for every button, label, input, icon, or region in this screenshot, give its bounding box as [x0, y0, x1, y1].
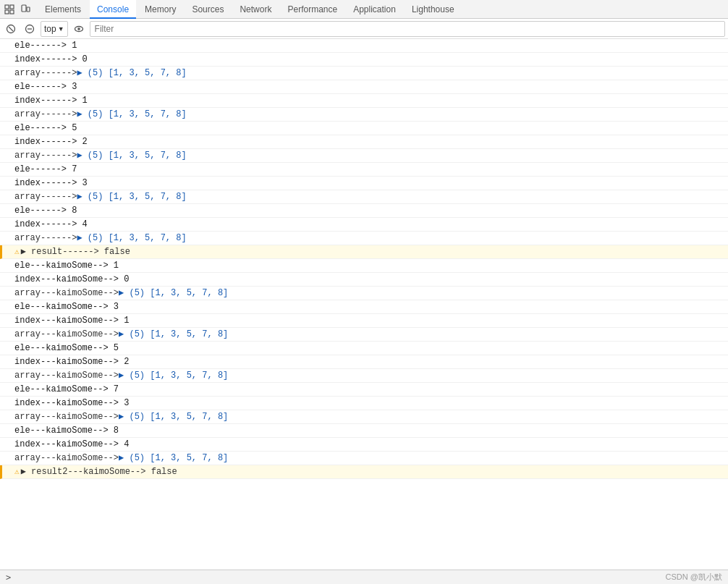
svg-rect-5 — [27, 7, 30, 12]
console-array-value[interactable]: ▶ (5) [1, 3, 5, 7, 8] — [77, 67, 186, 79]
console-line: index------> 3 — [0, 177, 728, 190]
console-array-value[interactable]: ▶ (5) [1, 3, 5, 7, 8] — [119, 287, 228, 299]
console-line: array---kaimoSome--> ▶ (5) [1, 3, 5, 7, … — [0, 287, 728, 300]
console-array-value[interactable]: ▶ (5) [1, 3, 5, 7, 8] — [119, 452, 228, 464]
console-line: array------> ▶ (5) [1, 3, 5, 7, 8] — [0, 232, 728, 245]
console-prompt: > — [6, 572, 11, 583]
console-line: array------> ▶ (5) [1, 3, 5, 7, 8] — [0, 67, 728, 80]
console-line: index------> 4 — [0, 218, 728, 232]
console-array-value[interactable]: ▶ (5) [1, 3, 5, 7, 8] — [119, 370, 228, 381]
console-toolbar: top ▼ — [0, 19, 728, 39]
console-line-text: ▶ result------> false — [21, 246, 130, 258]
console-array-value[interactable]: ▶ (5) [1, 3, 5, 7, 8] — [77, 191, 186, 203]
svg-rect-1 — [10, 5, 14, 9]
console-line-text: index---kaimoSome--> 4 — [14, 439, 129, 450]
console-line-text: ele------> 7 — [14, 164, 77, 175]
console-array-value[interactable]: ▶ (5) [1, 3, 5, 7, 8] — [119, 411, 228, 423]
console-line: ele---kaimoSome--> 1 — [0, 259, 728, 273]
warning-icon: ⚠ — [14, 466, 20, 478]
console-line: ⚠▶ result2---kaimoSome--> false — [0, 465, 728, 479]
console-line: index------> 0 — [0, 53, 728, 67]
console-line-text: array---kaimoSome--> — [14, 287, 119, 299]
console-line: ⚠▶ result------> false — [0, 245, 728, 259]
console-line-text: ele---kaimoSome--> 1 — [14, 260, 119, 271]
context-arrow-icon: ▼ — [58, 25, 64, 33]
console-line-text: index------> 0 — [14, 54, 88, 65]
console-line-text: array------> — [14, 150, 77, 161]
console-line: array------> ▶ (5) [1, 3, 5, 7, 8] — [0, 149, 728, 163]
tab-network[interactable]: Network — [232, 0, 279, 19]
filter-toggle-button[interactable] — [22, 21, 38, 37]
console-line: index---kaimoSome--> 1 — [0, 314, 728, 328]
tab-elements[interactable]: Elements — [38, 0, 88, 19]
filter-input[interactable] — [90, 21, 725, 37]
console-line-text: ele------> 5 — [14, 122, 77, 134]
context-value: top — [44, 24, 56, 34]
console-line-text: array---kaimoSome--> — [14, 329, 119, 340]
warning-icon: ⚠ — [14, 246, 20, 258]
console-line-text: array------> — [14, 191, 77, 203]
console-array-value[interactable]: ▶ (5) [1, 3, 5, 7, 8] — [77, 109, 186, 120]
console-line-text: ele------> 3 — [14, 81, 77, 93]
context-selector[interactable]: top ▼ — [41, 21, 68, 37]
console-array-value[interactable]: ▶ (5) [1, 3, 5, 7, 8] — [77, 150, 186, 161]
devtools-icons — [3, 3, 32, 16]
console-line: index------> 2 — [0, 135, 728, 149]
console-line-text: ele---kaimoSome--> 8 — [14, 425, 119, 436]
inspect-element-icon[interactable] — [3, 3, 16, 16]
tab-memory[interactable]: Memory — [137, 0, 183, 19]
console-line: index---kaimoSome--> 3 — [0, 397, 728, 410]
console-line: array---kaimoSome--> ▶ (5) [1, 3, 5, 7, … — [0, 410, 728, 424]
console-line: ele---kaimoSome--> 5 — [0, 342, 728, 355]
svg-line-7 — [9, 27, 13, 31]
console-line-text: ▶ result2---kaimoSome--> false — [21, 466, 177, 478]
console-line-text: ele------> 1 — [14, 40, 77, 51]
console-line: array---kaimoSome--> ▶ (5) [1, 3, 5, 7, … — [0, 328, 728, 342]
device-toolbar-icon[interactable] — [19, 3, 32, 16]
console-line-text: ele---kaimoSome--> 7 — [14, 384, 119, 395]
devtools-tabs-bar: Elements Console Memory Sources Network … — [0, 0, 728, 19]
tab-console[interactable]: Console — [90, 0, 136, 19]
tab-sources[interactable]: Sources — [185, 0, 231, 19]
console-line: ele---kaimoSome--> 8 — [0, 424, 728, 438]
console-line: index---kaimoSome--> 2 — [0, 355, 728, 369]
console-line-text: ele---kaimoSome--> 3 — [14, 301, 119, 313]
console-line: ele------> 1 — [0, 39, 728, 53]
console-line: index---kaimoSome--> 0 — [0, 273, 728, 287]
console-line-text: index---kaimoSome--> 0 — [14, 274, 129, 285]
console-line: ele------> 8 — [0, 204, 728, 218]
console-line-text: array------> — [14, 232, 77, 244]
console-line: array------> ▶ (5) [1, 3, 5, 7, 8] — [0, 108, 728, 122]
tab-lighthouse[interactable]: Lighthouse — [405, 0, 462, 19]
console-line-text: index------> 2 — [14, 136, 88, 148]
console-line: array---kaimoSome--> ▶ (5) [1, 3, 5, 7, … — [0, 452, 728, 465]
svg-rect-3 — [10, 10, 14, 14]
console-output[interactable]: ele------> 1index------> 0array------> ▶… — [0, 39, 728, 583]
console-line-text: index---kaimoSome--> 3 — [14, 397, 129, 409]
svg-rect-0 — [5, 5, 9, 9]
svg-point-11 — [77, 27, 80, 30]
console-line-text: array------> — [14, 67, 77, 79]
console-line: ele------> 7 — [0, 163, 728, 177]
tab-application[interactable]: Application — [346, 0, 403, 19]
console-line-text: array---kaimoSome--> — [14, 411, 119, 423]
console-array-value[interactable]: ▶ (5) [1, 3, 5, 7, 8] — [119, 329, 228, 340]
console-line-text: index------> 4 — [14, 219, 88, 230]
console-array-value[interactable]: ▶ (5) [1, 3, 5, 7, 8] — [77, 232, 186, 244]
console-line-text: array---kaimoSome--> — [14, 370, 119, 381]
eye-icon-button[interactable] — [71, 21, 87, 37]
console-line: array------> ▶ (5) [1, 3, 5, 7, 8] — [0, 190, 728, 204]
console-line-text: index---kaimoSome--> 2 — [14, 356, 129, 368]
console-line: index---kaimoSome--> 4 — [0, 438, 728, 452]
console-line: ele------> 3 — [0, 80, 728, 94]
console-line-text: array---kaimoSome--> — [14, 452, 119, 464]
tab-performance[interactable]: Performance — [280, 0, 344, 19]
console-line: array---kaimoSome--> ▶ (5) [1, 3, 5, 7, … — [0, 369, 728, 383]
console-line-text: ele------> 8 — [14, 205, 77, 216]
svg-rect-4 — [22, 5, 26, 12]
clear-console-button[interactable] — [3, 21, 19, 37]
console-line-text: array------> — [14, 109, 77, 120]
console-line: ele------> 5 — [0, 122, 728, 135]
console-line-text: index---kaimoSome--> 1 — [14, 315, 129, 326]
console-line: ele---kaimoSome--> 3 — [0, 300, 728, 314]
